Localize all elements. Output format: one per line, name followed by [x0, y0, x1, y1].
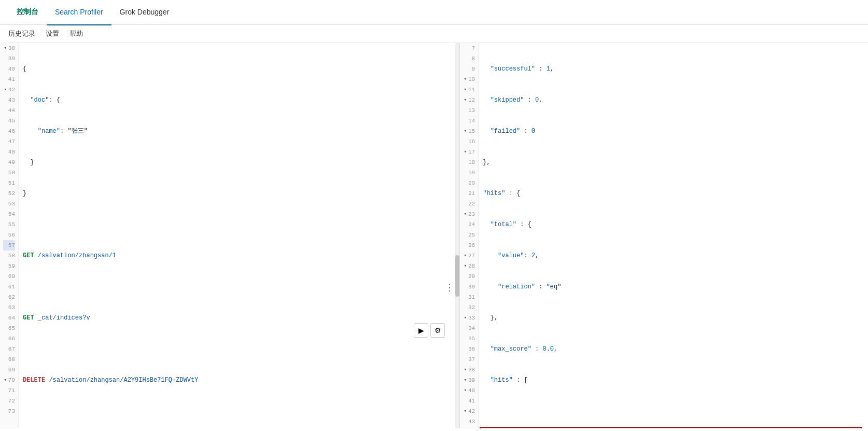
rcode-14: "relation" : "eq"	[483, 282, 864, 292]
code-line-40: "name": "张三"	[23, 126, 455, 136]
rcode-9: "failed" : 0	[483, 126, 864, 136]
right-line-numbers: 7 8 9 ▾10 ▾11 ▾12 13 14 ▾15 16 ▾17 18 19…	[460, 43, 479, 428]
action-buttons: ▶ ⚙	[414, 323, 445, 338]
code-line-46: GET _cat/indices?v	[23, 313, 455, 323]
rcode-10: },	[483, 157, 864, 168]
main-layout: ▾38 39 40 41 ▾42 43 44 45 46 47 48 49 50…	[0, 43, 868, 428]
top-nav: 控制台 Search Profiler Grok Debugger	[0, 0, 868, 25]
nav-item-grok-debugger[interactable]: Grok Debugger	[111, 0, 178, 24]
rcode-11: "hits" : {	[483, 188, 864, 199]
code-line-45	[23, 282, 455, 292]
rcode-8: "skipped" : 0,	[483, 95, 864, 105]
code-line-41: }	[23, 157, 455, 168]
rcode-13: "value": 2,	[483, 251, 864, 261]
vertical-scrollbar[interactable]	[455, 43, 459, 428]
right-code-content[interactable]: "successful" : 1, "skipped" : 0, "failed…	[479, 43, 868, 428]
toolbar-help[interactable]: 帮助	[69, 29, 83, 38]
code-line-49	[23, 406, 455, 416]
code-line-42: }	[23, 188, 455, 199]
left-panel: ▾38 39 40 41 ▾42 43 44 45 46 47 48 49 50…	[0, 43, 460, 428]
toolbar-history[interactable]: 历史记录	[8, 29, 35, 38]
rcode-16: "max_score" : 0.0,	[483, 344, 864, 354]
code-line-47	[23, 344, 455, 354]
run-button[interactable]: ▶	[414, 323, 428, 338]
left-code-area[interactable]: ▾38 39 40 41 ▾42 43 44 45 46 47 48 49 50…	[0, 43, 459, 428]
rcode-17: "hits" : [	[483, 375, 864, 385]
right-code-area[interactable]: 7 8 9 ▾10 ▾11 ▾12 13 14 ▾15 16 ▾17 18 19…	[460, 43, 868, 428]
rcode-15: },	[483, 313, 864, 323]
code-line-44: GET /salvation/zhangsan/1	[23, 251, 455, 261]
context-menu-dot[interactable]: ⋮	[445, 282, 454, 293]
rcode-7: "successful" : 1,	[483, 64, 864, 74]
code-line-38: {	[23, 64, 455, 74]
rcode-12: "total" : {	[483, 219, 864, 230]
code-line-39: "doc": {	[23, 95, 455, 105]
toolbar-settings[interactable]: 设置	[46, 29, 59, 38]
right-panel: 7 8 9 ▾10 ▾11 ▾12 13 14 ▾15 16 ▾17 18 19…	[460, 43, 868, 428]
code-line-43	[23, 219, 455, 230]
code-line-48: DELETE /salvation/zhangsan/A2Y9IHsBe71FQ…	[23, 375, 455, 385]
nav-item-search-profiler[interactable]: Search Profiler	[47, 0, 111, 24]
scrollbar-thumb[interactable]	[455, 255, 459, 297]
nav-item-console[interactable]: 控制台	[8, 0, 47, 24]
tools-button[interactable]: ⚙	[430, 323, 445, 338]
left-line-numbers: ▾38 39 40 41 ▾42 43 44 45 46 47 48 49 50…	[0, 43, 19, 428]
left-code-content[interactable]: { "doc": { "name": "张三" } } GET /salvati…	[19, 43, 459, 428]
toolbar: 历史记录 设置 帮助	[0, 25, 868, 43]
